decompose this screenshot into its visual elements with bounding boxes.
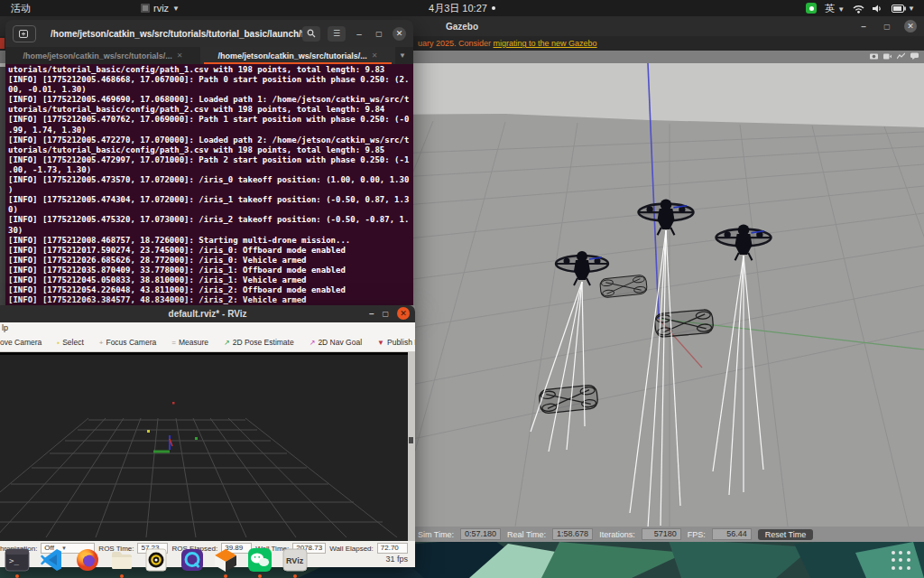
record-video-icon[interactable]: [883, 52, 892, 60]
dock-gazebo-icon[interactable]: [213, 547, 238, 573]
marker-green: [195, 437, 198, 440]
new-tab-button[interactable]: [13, 25, 36, 42]
rviz-minimize-button[interactable]: –: [369, 309, 374, 319]
tool-icon: +: [99, 339, 104, 347]
drone-shadow: [654, 309, 714, 337]
tool-label: Publish Point: [387, 338, 415, 347]
tool-label: Measure: [179, 338, 208, 347]
battery-indicator[interactable]: ▼: [892, 5, 915, 13]
tab-list-dropdown-icon[interactable]: ▼: [399, 51, 413, 60]
screenshot-camera-icon[interactable]: [870, 52, 878, 60]
dock-qgroundcontrol-icon[interactable]: [180, 547, 205, 573]
terminal-log-line: 00, -0.01, 1.30): [8, 85, 411, 95]
rviz-tool-publish-point[interactable]: ▼Publish Point: [377, 338, 415, 347]
terminal-window: /home/jetson/catkin_ws/src/tutorials/tut…: [5, 20, 413, 305]
dock-vscode-icon[interactable]: [39, 547, 64, 573]
terminal-close-button[interactable]: ✕: [393, 27, 406, 41]
rviz-titlebar[interactable]: default.rviz* - RViz – ▢ ✕: [0, 305, 415, 322]
tool-icon: ↗: [310, 339, 316, 347]
rviz-close-button[interactable]: ✕: [397, 307, 410, 320]
fps-label: FPS:: [688, 530, 706, 539]
dock-firefox-icon[interactable]: [75, 547, 100, 573]
rviz-tool-2d-nav-goal[interactable]: ↗2D Nav Goal: [310, 338, 362, 347]
dock-wechat-icon[interactable]: [247, 547, 273, 573]
dock-files-icon[interactable]: [109, 547, 134, 573]
dock-audio-player-icon[interactable]: [143, 547, 169, 573]
plot-icon[interactable]: [897, 52, 905, 60]
sim-time-label: Sim Time:: [418, 530, 454, 539]
terminal-log-line: .00, -1.73, 1.30): [8, 165, 411, 175]
sim-time-value: 0:57.180: [460, 528, 501, 540]
tool-label: 2D Pose Estimate: [233, 338, 294, 347]
tool-label: Select: [62, 338, 84, 347]
rviz-tool-focus-camera[interactable]: +Focus Camera: [99, 338, 156, 347]
input-method-indicator[interactable]: 英 ▼: [825, 2, 845, 15]
log-chat-icon[interactable]: [910, 52, 919, 60]
terminal-tab-1[interactable]: /home/jetson/catkin_ws/src/tutorials/...…: [5, 47, 200, 64]
rviz-tool-select[interactable]: ▪Select: [57, 338, 83, 347]
terminal-tab-bar: /home/jetson/catkin_ws/src/tutorials/...…: [5, 47, 413, 64]
clock[interactable]: 4月3日 10:27: [429, 2, 487, 15]
show-applications-button[interactable]: [892, 551, 911, 571]
reset-time-button[interactable]: Reset Time: [758, 529, 814, 540]
rviz-tool-measure[interactable]: =Measure: [171, 338, 208, 347]
rviz-menu-help-partial[interactable]: lp: [2, 323, 8, 332]
terminal-log-line: 30): [8, 226, 411, 236]
tool-icon: ▪: [57, 339, 60, 347]
tab-close-icon[interactable]: ✕: [177, 51, 183, 60]
terminal-log-line: [INFO] [1775212035.870409, 33.778000]: /…: [8, 266, 411, 275]
terminal-search-button[interactable]: [302, 26, 320, 42]
rviz-menubar[interactable]: lp: [0, 322, 415, 334]
rviz-tool-2d-pose-estimate[interactable]: ↗2D Pose Estimate: [224, 338, 294, 347]
terminal-log-line: ): [8, 185, 411, 195]
panel-splitter[interactable]: [408, 352, 415, 541]
wall-elapsed-value: 72.70: [377, 543, 408, 554]
rviz-window-title: default.rviz* - RViz: [169, 309, 247, 319]
gazebo-minimize-button[interactable]: –: [857, 20, 870, 33]
gazebo-maximize-button[interactable]: ▢: [881, 20, 893, 33]
svg-text:>_: >_: [9, 556, 19, 565]
volume-icon[interactable]: [873, 4, 883, 14]
terminal-log-line: [INFO] [1775212008.468757, 18.726000]: S…: [8, 236, 411, 246]
tab-label: /home/jetson/catkin_ws/src/tutorials/...: [23, 51, 172, 61]
terminal-log-line: .99, 1.74, 1.30): [8, 126, 411, 135]
gazebo-close-button[interactable]: ✕: [904, 20, 917, 33]
terminal-log-line: 0): [8, 205, 411, 215]
real-time-label: Real Time:: [507, 530, 546, 539]
dock-rviz-icon[interactable]: RViz: [282, 547, 308, 573]
app-icon: [141, 4, 150, 13]
tab-close-icon[interactable]: ✕: [372, 51, 378, 60]
desktop: Gazebo – ▢ ✕ uary 2025. Consider migrati…: [0, 0, 924, 578]
wifi-icon[interactable]: [853, 4, 864, 14]
terminal-log-line: [INFO] [1775212017.590274, 23.745000]: /…: [8, 246, 411, 256]
rviz-tool-ove-camera[interactable]: ove Camera: [0, 338, 42, 347]
terminal-log-line: [INFO] [1775212005.472997, 17.071000]: P…: [8, 155, 411, 165]
rviz-maximize-button[interactable]: ▢: [382, 310, 389, 318]
terminal-log-line: [INFO] [1775212005.473570, 17.072000]: /…: [8, 175, 411, 185]
rviz-3d-viewport[interactable]: [0, 352, 408, 541]
tray-app-icon[interactable]: [806, 3, 817, 14]
tool-icon: ↗: [224, 339, 230, 347]
app-menu[interactable]: rviz ▼: [141, 3, 180, 14]
gnome-topbar: 活动 rviz ▼ 4月3日 10:27 英 ▼ ▼: [0, 0, 924, 16]
activities-button[interactable]: 活动: [0, 2, 42, 15]
terminal-minimize-button[interactable]: –: [353, 29, 365, 39]
rviz-toolbar: ove Camera▪Select+Focus Camera=Measure↗2…: [0, 334, 415, 353]
tool-icon: =: [171, 339, 176, 347]
terminal-menu-button[interactable]: ☰: [328, 26, 346, 42]
real-time-value: 1:58.678: [552, 528, 593, 540]
warning-icon: [0, 38, 5, 49]
terminal-log-line: [INFO] [1775212063.384577, 48.834000]: /…: [8, 295, 411, 305]
terminal-log-line: [INFO] [1775212005.475320, 17.073000]: /…: [8, 215, 411, 225]
fps-value: 56.44: [712, 528, 752, 540]
terminal-maximize-button[interactable]: ▢: [373, 30, 385, 38]
dock-terminal-icon[interactable]: >_: [5, 547, 30, 573]
terminal-log-line: utorials/tutorial_basic/config/path_3.cs…: [8, 145, 411, 155]
terminal-tab-2[interactable]: /home/jetson/catkin_ws/src/tutorials/...…: [200, 47, 395, 64]
wall-elapsed-label: Wall Elapsed:: [329, 545, 374, 553]
terminal-output[interactable]: utorials/tutorial_basic/config/path_1.cs…: [5, 64, 413, 305]
rviz-window: default.rviz* - RViz – ▢ ✕ lp ove Camera…: [0, 305, 415, 567]
terminal-titlebar[interactable]: /home/jetson/catkin_ws/src/tutorials/tut…: [5, 20, 413, 47]
notification-dot: [492, 6, 495, 10]
gazebo-migrate-link[interactable]: migrating to the new Gazebo: [494, 39, 597, 48]
